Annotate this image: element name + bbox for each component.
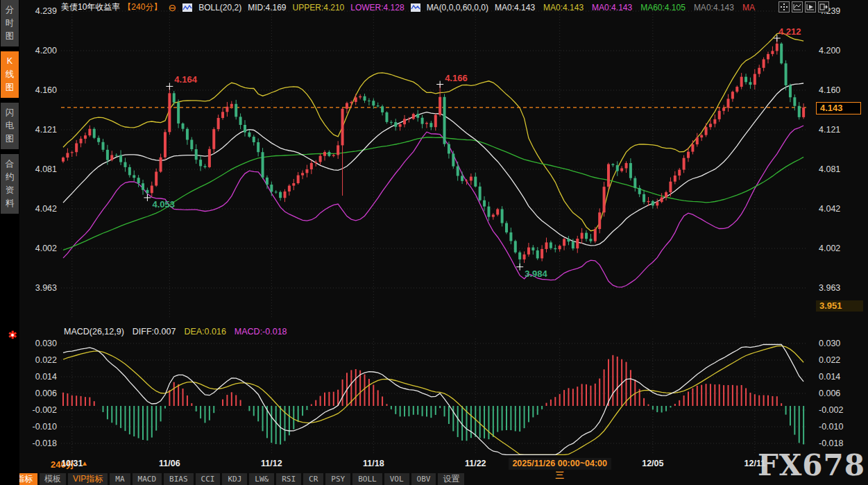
svg-text:4.053: 4.053 (152, 199, 175, 210)
chart-tool-icons (778, 1, 829, 12)
toolbar-button-VIP指标[interactable]: VIP指标 (68, 473, 108, 485)
toolbar-button-VOL[interactable]: VOL (384, 473, 409, 485)
toolbar-button-CR[interactable]: CR (303, 473, 323, 485)
toolbar-button-MACD[interactable]: MACD (133, 473, 162, 485)
axis-label: 4.121 (819, 125, 840, 135)
toolbar-button-BIAS[interactable]: BIAS (164, 473, 194, 485)
svg-text:4.212: 4.212 (778, 26, 801, 37)
date-tick-11/22: 11/22 (465, 459, 486, 468)
axis-label: 4.081 (819, 164, 840, 174)
instrument-title: 美债10年收益率 (61, 1, 120, 13)
boll-mid-value: MID:4.169 (248, 3, 286, 12)
axis-label: 0.006 (819, 389, 840, 398)
axis-label: 4.042 (819, 204, 840, 214)
sidebar: 分时图K线图闪电图合约资料 ✱ (0, 0, 19, 485)
toolbar-button-CCI[interactable]: CCI (196, 473, 221, 485)
boll-indicator-icon[interactable] (182, 3, 192, 12)
app-window: 分时图K线图闪电图合约资料 ✱ 美债10年收益率 【240分】 ⊖ BOLL(2… (0, 0, 868, 485)
zoom-range-left-icon[interactable] (792, 1, 803, 12)
toolbar-button-MA[interactable]: MA (110, 473, 130, 485)
ma-indicator-icon[interactable] (411, 3, 420, 12)
date-tick-11/12: 11/12 (261, 459, 282, 468)
date-tick-11/18: 11/18 (363, 459, 384, 468)
time-axis: 240分 ▲ 10/3111/0611/1211/1811/2212/0512/… (0, 457, 868, 472)
ma-values: MA0:4.143MA0:4.143MA0:4.143MA60:4.105MA0… (495, 3, 755, 12)
svg-text:3.984: 3.984 (525, 269, 547, 279)
toolbar-button-设置[interactable]: 设置 (438, 473, 464, 485)
macd-name: MACD(26,12,9) (64, 327, 124, 337)
macd-panel[interactable] (61, 339, 806, 455)
svg-text:4.166: 4.166 (445, 73, 468, 83)
toolbar-button-KDJ[interactable]: KDJ (222, 473, 247, 485)
axis-label: 0.030 (819, 339, 840, 348)
macd-diff-value: DIFF:0.007 (133, 327, 176, 337)
ma-value: MA0:4.143 (543, 3, 584, 12)
sidebar-tab-K线图[interactable]: K线图 (1, 51, 19, 98)
sidebar-tab-分时图[interactable]: 分时图 (1, 0, 19, 46)
axis-label: -0.002 (819, 405, 843, 415)
main-candlestick-chart[interactable]: 4.1644.0534.1663.9844.212 (61, 6, 806, 318)
collapse-icon[interactable]: ⊖ (168, 2, 176, 13)
axis-label: 4.200 (819, 46, 840, 56)
axis-label: 3.963 (819, 283, 840, 293)
axis-label: -0.018 (819, 439, 843, 448)
ma-value: MA (742, 3, 755, 12)
axis-label: 0.014 (819, 372, 840, 382)
macd-macd-value: MACD:-0.018 (235, 327, 287, 337)
date-tick-12/05: 12/05 (642, 459, 663, 468)
export-window-icon[interactable] (818, 1, 829, 12)
fx678-watermark: FX678 (758, 452, 865, 479)
sidebar-tab-闪电图[interactable]: 闪电图 (1, 103, 19, 149)
axis-label: -0.010 (819, 422, 843, 432)
selected-bar-datetime: 2025/11/26 00:00~04:00 三 (509, 458, 611, 470)
boll-upper-value: UPPER:4.210 (293, 3, 345, 12)
period-label[interactable]: 【240分】 (123, 1, 162, 13)
date-tick-11/06: 11/06 (159, 459, 180, 468)
macd-dea-value: DEA:0.016 (184, 327, 225, 337)
axis-label: 4.002 (819, 244, 840, 253)
zoom-range-right-icon[interactable] (805, 1, 816, 12)
boll-lower-value: LOWER:4.128 (350, 3, 404, 12)
ma-value: MA0:4.143 (495, 3, 535, 12)
last-price-badge: 4.143 (816, 102, 861, 114)
sidebar-tab-合约资料[interactable]: 合约资料 (1, 154, 19, 214)
macd-header: MACD(26,12,9) DIFF:0.007 DEA:0.016 MACD:… (64, 327, 287, 337)
axis-label: 4.160 (819, 85, 840, 95)
ma-value: MA0:4.143 (592, 3, 632, 12)
svg-text:4.164: 4.164 (174, 74, 197, 85)
toolbar-button-RSI[interactable]: RSI (276, 473, 301, 485)
axis-label: 0.022 (819, 355, 840, 365)
ma-value: MA0:4.143 (694, 3, 734, 12)
ma-value: MA60:4.105 (640, 3, 686, 12)
session-low-badge: 3.951 (816, 300, 863, 312)
indicator-toolbar: 指标模板VIP指标MAMACDBIASCCIKDJLW&RSICRPSYBOLL… (11, 473, 464, 485)
toolbar-button-LW&[interactable]: LW& (249, 473, 274, 485)
toolbar-button-OBV[interactable]: OBV (411, 473, 436, 485)
toolbar-button-BOLL[interactable]: BOLL (352, 473, 382, 485)
boll-label: BOLL(20,2) (198, 3, 241, 12)
toolbar-button-模板[interactable]: 模板 (40, 473, 66, 485)
ma-label: MA(0,0,0,60,0,0) (427, 3, 488, 12)
pan-icon[interactable] (778, 1, 790, 12)
chart-header: 美债10年收益率 【240分】 ⊖ BOLL(20,2) MID:4.169 U… (61, 1, 755, 13)
live-flash-icon[interactable]: ✱ (6, 329, 19, 341)
toolbar-button-PSY[interactable]: PSY (325, 473, 350, 485)
date-tick-10/31: 10/31 (61, 459, 83, 468)
